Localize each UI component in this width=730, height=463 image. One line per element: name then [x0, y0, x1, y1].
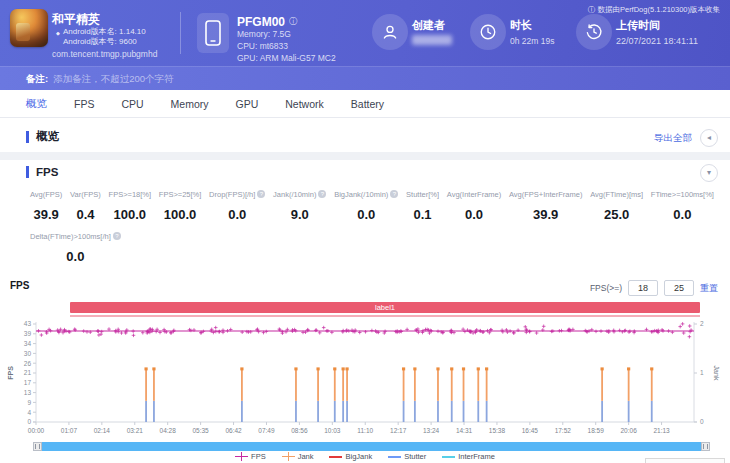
legend-item-bigjank[interactable]: BigJank [329, 452, 372, 461]
x-tick-label: 05:35 [192, 427, 209, 434]
help-icon[interactable]: ? [390, 190, 398, 198]
upload-label: 上传时间 [616, 18, 660, 33]
section-title-bar [26, 166, 29, 178]
jank-spike-cap [402, 367, 405, 370]
x-tick-label: 14:31 [456, 427, 473, 434]
legend-item-jank[interactable]: Jank [282, 452, 314, 461]
x-tick-label: 13:24 [423, 427, 440, 434]
legend-item-stutter[interactable]: Stutter [388, 452, 426, 461]
y-axis-title-left: FPS [7, 366, 14, 380]
y-tick-label: 4 [27, 409, 31, 416]
stat-item: FPS>=18[%]100.0 [109, 190, 152, 222]
device-cpu: CPU: mt6833 [237, 41, 288, 51]
legend-line-marker [388, 456, 401, 458]
stutter-spike [451, 401, 453, 422]
creator-avatar [372, 14, 408, 50]
fps-threshold-label: FPS(>=) [590, 283, 622, 293]
bottom-right-partial-box [645, 458, 725, 463]
stutter-spike [241, 401, 243, 422]
tab-概览[interactable]: 概览 [26, 97, 47, 111]
fps-threshold-controls: FPS(>=) 重置 [590, 280, 718, 296]
tab-GPU[interactable]: GPU [236, 98, 259, 110]
help-icon[interactable]: ? [257, 190, 265, 198]
x-tick-label: 15:38 [489, 427, 506, 434]
y-tick-label: 34 [24, 340, 32, 347]
x-tick-label: 20:06 [621, 427, 638, 434]
x-tick-label: 06:42 [225, 427, 242, 434]
phone-icon [204, 19, 222, 47]
y-tick-label: 21 [24, 369, 32, 376]
stat-item: Avg(FPS+InterFrame)39.9 [509, 190, 582, 222]
y-tick-label: 13 [24, 389, 32, 396]
stat-value: 9.0 [273, 207, 326, 222]
stat-value: 0.0 [447, 207, 501, 222]
stat-value: 39.9 [30, 207, 62, 222]
diamond-icon: ◆ [56, 30, 60, 36]
reset-link[interactable]: 重置 [700, 282, 718, 295]
stat-label: Avg(FTime)[ms] [590, 190, 643, 199]
note-placeholder: 添加备注，不超过200个字符 [53, 73, 173, 84]
fps-threshold-high-input[interactable] [664, 280, 694, 296]
fps-line-chart[interactable]: 4339343026211713940210FPSJank00:0001:070… [6, 319, 722, 440]
stutter-spike [414, 401, 416, 422]
jank-spike [346, 369, 348, 401]
fps-cross-markers [37, 322, 693, 338]
jank-spike-cap [627, 367, 630, 370]
jank-spike [628, 369, 630, 401]
jank-spike-cap [294, 367, 297, 370]
stat-item: Jank(/10min)?9.0 [273, 190, 326, 222]
note-input-bar[interactable]: 备注:添加备注，不超过200个字符 [0, 66, 730, 90]
device-icon-box [197, 13, 229, 53]
stat-label: FTime>=100ms[%] [651, 190, 714, 199]
stat-item: Var(FPS)0.4 [70, 190, 101, 222]
y-tick-right-label: 1 [700, 369, 704, 376]
chart-range-scrollbar[interactable] [33, 442, 710, 451]
range-handle-left[interactable] [33, 442, 42, 451]
jank-spike [486, 369, 488, 401]
stutter-spike [463, 401, 465, 422]
stutter-spike [317, 401, 319, 422]
stat-item: Avg(InterFrame)0.0 [447, 190, 501, 222]
stat-item: FPS>=25[%]100.0 [159, 190, 202, 222]
device-gpu: GPU: ARM Mali-G57 MC2 [237, 53, 336, 63]
range-handle-right[interactable] [701, 442, 710, 451]
jank-spike [153, 369, 155, 401]
legend-plus-marker [235, 452, 248, 461]
device-model: PFGM00 [237, 15, 285, 29]
note-label: 备注: [26, 73, 48, 84]
device-memory: Memory: 7.5G [237, 29, 291, 39]
stat-label: FPS>=18[%] [109, 190, 152, 199]
section-separator [0, 152, 730, 160]
collapse-panel-button[interactable]: ◂ [700, 129, 718, 147]
legend-line-marker [442, 456, 455, 458]
jank-spike-cap [650, 367, 653, 370]
legend-item-interframe[interactable]: InterFrame [442, 452, 495, 461]
jank-spike [145, 369, 147, 401]
stat-value: 0.0 [209, 207, 265, 222]
stat-label: Avg(InterFrame) [447, 190, 501, 199]
stat-label: Delta(FTime)>100ms[/h]? [30, 232, 121, 241]
stat-item: Delta(FTime)>100ms[/h]?0.0 [30, 232, 121, 264]
export-all-link[interactable]: 导出全部 [654, 132, 692, 145]
y-tick-label: 9 [27, 399, 31, 406]
help-icon[interactable]: ? [318, 190, 326, 198]
stat-label: BigJank(/10min)? [334, 190, 398, 199]
chart-region-label-underline [70, 315, 700, 317]
jank-spike-cap [450, 367, 453, 370]
tab-Network[interactable]: Network [285, 98, 324, 110]
tab-CPU[interactable]: CPU [121, 98, 143, 110]
chart-region-label[interactable]: label1 [70, 302, 700, 313]
tab-Battery[interactable]: Battery [351, 98, 384, 110]
stutter-spike [145, 401, 147, 422]
section-tabs: 概览FPSCPUMemoryGPUNetworkBattery [0, 90, 730, 118]
fps-threshold-low-input[interactable] [628, 280, 658, 296]
stutter-spike [477, 401, 479, 422]
tab-Memory[interactable]: Memory [171, 98, 209, 110]
fps-section-title: FPS [26, 166, 58, 178]
collapse-fps-button[interactable]: ▾ [700, 164, 718, 182]
jank-spike-cap [152, 367, 155, 370]
legend-item-fps[interactable]: FPS [235, 452, 266, 461]
help-icon[interactable]: ? [113, 232, 121, 240]
tab-FPS[interactable]: FPS [74, 98, 94, 110]
info-icon[interactable]: ⓘ [289, 16, 297, 27]
